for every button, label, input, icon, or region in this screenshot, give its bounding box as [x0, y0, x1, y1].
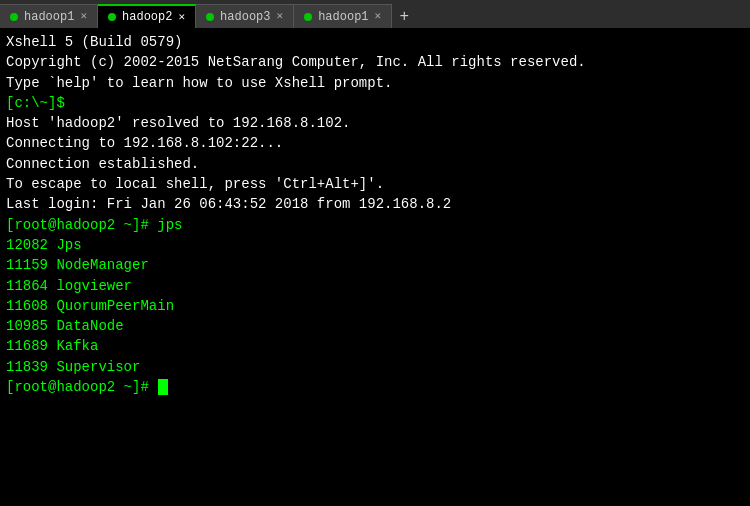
tab-label: hadoop2	[122, 10, 172, 24]
tab-tab-hadoop1-2[interactable]: hadoop1✕	[294, 4, 392, 28]
terminal[interactable]: Xshell 5 (Build 0579)Copyright (c) 2002-…	[0, 28, 750, 506]
terminal-line: [c:\~]$	[6, 93, 744, 113]
tab-dot	[108, 13, 116, 21]
terminal-line: To escape to local shell, press 'Ctrl+Al…	[6, 174, 744, 194]
tab-tab-hadoop1-1[interactable]: hadoop1✕	[0, 4, 98, 28]
terminal-line: Type `help' to learn how to use Xshell p…	[6, 73, 744, 93]
terminal-line: 11864 logviewer	[6, 276, 744, 296]
terminal-line: 11608 QuorumPeerMain	[6, 296, 744, 316]
tab-dot	[206, 13, 214, 21]
tab-dot	[10, 13, 18, 21]
terminal-line: Xshell 5 (Build 0579)	[6, 32, 744, 52]
tab-bar: hadoop1✕hadoop2✕hadoop3✕hadoop1✕+	[0, 0, 750, 28]
terminal-line: 12082 Jps	[6, 235, 744, 255]
terminal-line: Connection established.	[6, 154, 744, 174]
terminal-line: Connecting to 192.168.8.102:22...	[6, 133, 744, 153]
terminal-line: Copyright (c) 2002-2015 NetSarang Comput…	[6, 52, 744, 72]
tab-close-icon[interactable]: ✕	[375, 11, 382, 22]
terminal-line: [root@hadoop2 ~]#	[6, 377, 744, 397]
tab-dot	[304, 13, 312, 21]
terminal-line: [root@hadoop2 ~]# jps	[6, 215, 744, 235]
tab-label: hadoop1	[318, 10, 368, 24]
terminal-line: 11159 NodeManager	[6, 255, 744, 275]
terminal-line: 11689 Kafka	[6, 336, 744, 356]
terminal-cursor	[158, 379, 168, 395]
tab-tab-hadoop3[interactable]: hadoop3✕	[196, 4, 294, 28]
add-tab-button[interactable]: +	[392, 6, 416, 28]
tab-label: hadoop3	[220, 10, 270, 24]
tab-tab-hadoop2[interactable]: hadoop2✕	[98, 4, 196, 28]
terminal-line: 11839 Supervisor	[6, 357, 744, 377]
terminal-line: 10985 DataNode	[6, 316, 744, 336]
tab-close-icon[interactable]: ✕	[178, 12, 185, 23]
tab-close-icon[interactable]: ✕	[277, 11, 284, 22]
terminal-line: Last login: Fri Jan 26 06:43:52 2018 fro…	[6, 194, 744, 214]
tab-close-icon[interactable]: ✕	[80, 11, 87, 22]
tab-label: hadoop1	[24, 10, 74, 24]
terminal-line: Host 'hadoop2' resolved to 192.168.8.102…	[6, 113, 744, 133]
